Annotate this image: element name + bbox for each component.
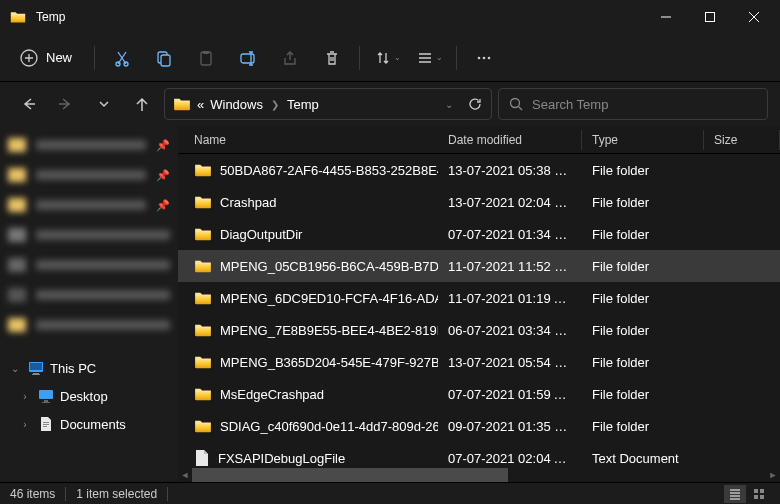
quick-access-item[interactable] — [0, 220, 178, 250]
cell-date: 11-07-2021 11:52 PM — [438, 259, 582, 274]
paste-icon — [197, 49, 215, 67]
tree-label: Documents — [60, 417, 126, 432]
address-bar[interactable]: « Windows ❯ Temp ⌄ — [164, 88, 492, 120]
search-input[interactable] — [532, 97, 757, 112]
folder-icon — [10, 9, 26, 25]
cell-type: File folder — [582, 323, 704, 338]
svg-rect-26 — [760, 495, 764, 499]
folder-icon — [173, 97, 191, 111]
horizontal-scrollbar[interactable]: ◄► — [178, 468, 780, 482]
recent-button[interactable] — [88, 88, 120, 120]
new-label: New — [46, 50, 72, 65]
chevron-down-icon[interactable]: ⌄ — [445, 99, 453, 110]
tree-label: This PC — [50, 361, 96, 376]
status-count: 46 items — [10, 487, 55, 501]
more-button[interactable] — [463, 38, 505, 78]
share-button[interactable] — [269, 38, 311, 78]
svg-point-21 — [488, 56, 491, 59]
pin-icon: 📌 — [156, 169, 170, 182]
dots-icon — [475, 49, 493, 67]
svg-rect-18 — [241, 54, 254, 63]
cell-type: File folder — [582, 227, 704, 242]
cell-type: File folder — [582, 355, 704, 370]
table-row[interactable]: DiagOutputDir07-07-2021 01:34 PMFile fol… — [178, 218, 780, 250]
cell-type: File folder — [582, 195, 704, 210]
tree-this-pc[interactable]: ⌄This PC — [0, 354, 178, 382]
search-box[interactable] — [498, 88, 768, 120]
cell-date: 07-07-2021 02:04 AM — [438, 451, 582, 466]
cell-date: 07-07-2021 01:34 PM — [438, 227, 582, 242]
new-button[interactable]: New — [10, 40, 88, 76]
svg-rect-15 — [161, 55, 170, 66]
cell-type: File folder — [582, 163, 704, 178]
search-icon — [509, 97, 524, 112]
header-name[interactable]: Name — [184, 130, 438, 150]
breadcrumb-item[interactable]: Temp — [287, 97, 319, 112]
cell-name: DiagOutputDir — [184, 227, 438, 242]
paste-button[interactable] — [185, 38, 227, 78]
pin-icon: 📌 — [156, 199, 170, 212]
copy-button[interactable] — [143, 38, 185, 78]
quick-access-item[interactable]: 📌 — [0, 190, 178, 220]
quick-access-item[interactable] — [0, 310, 178, 340]
forward-button[interactable] — [50, 88, 82, 120]
cell-date: 13-07-2021 02:04 PM — [438, 195, 582, 210]
chevron-down-icon — [98, 98, 110, 110]
arrow-right-icon — [58, 96, 74, 112]
view-button[interactable]: ⌄ — [408, 38, 450, 78]
details-view-button[interactable] — [724, 485, 746, 503]
header-size[interactable]: Size — [704, 130, 780, 150]
table-row[interactable]: FXSAPIDebugLogFile07-07-2021 02:04 AMTex… — [178, 442, 780, 468]
table-row[interactable]: MPENG_7E8B9E55-BEE4-4BE2-819D-8BEF...06-… — [178, 314, 780, 346]
chevron-right-icon[interactable]: › — [18, 419, 32, 430]
close-button[interactable] — [732, 1, 776, 33]
cell-name: MPENG_B365D204-545E-479F-927B-5E58... — [184, 355, 438, 370]
cell-name: FXSAPIDebugLogFile — [184, 449, 438, 467]
tree-label: Desktop — [60, 389, 108, 404]
quick-access-item[interactable] — [0, 280, 178, 310]
cell-date: 06-07-2021 03:34 PM — [438, 323, 582, 338]
chevron-down-icon[interactable]: ⌄ — [8, 363, 22, 374]
svg-point-22 — [511, 98, 520, 107]
minimize-button[interactable] — [644, 1, 688, 33]
svg-point-20 — [483, 56, 486, 59]
chevron-right-icon: ❯ — [271, 99, 279, 110]
pin-icon: 📌 — [156, 139, 170, 152]
icons-view-button[interactable] — [748, 485, 770, 503]
table-row[interactable]: Crashpad13-07-2021 02:04 PMFile folder — [178, 186, 780, 218]
table-row[interactable]: MPENG_6DC9ED10-FCFA-4F16-ADAE-EA...11-07… — [178, 282, 780, 314]
refresh-icon[interactable] — [467, 96, 483, 112]
table-row[interactable]: SDIAG_c40f690d-0e11-4dd7-809d-261c5c...0… — [178, 410, 780, 442]
arrow-up-icon — [134, 96, 150, 112]
table-row[interactable]: MPENG_05CB1956-B6CA-459B-B7DC-0F...11-07… — [178, 250, 780, 282]
table-row[interactable]: 50BDA867-2AF6-4455-B853-252B8E414777...1… — [178, 154, 780, 186]
quick-access-item[interactable] — [0, 250, 178, 280]
tree-documents[interactable]: ›Documents — [0, 410, 178, 438]
header-date[interactable]: Date modified — [438, 130, 582, 150]
quick-access-item[interactable]: 📌 — [0, 130, 178, 160]
cut-button[interactable] — [101, 38, 143, 78]
scissors-icon — [113, 49, 131, 67]
breadcrumb-item[interactable]: Windows — [210, 97, 263, 112]
cell-date: 13-07-2021 05:38 PM — [438, 163, 582, 178]
cell-date: 11-07-2021 01:19 AM — [438, 291, 582, 306]
cell-type: File folder — [582, 419, 704, 434]
chevron-right-icon[interactable]: › — [18, 391, 32, 402]
trash-icon — [323, 49, 341, 67]
rename-button[interactable] — [227, 38, 269, 78]
svg-point-19 — [478, 56, 481, 59]
up-button[interactable] — [126, 88, 158, 120]
maximize-button[interactable] — [688, 1, 732, 33]
quick-access-item[interactable]: 📌 — [0, 160, 178, 190]
delete-button[interactable] — [311, 38, 353, 78]
tree-desktop[interactable]: ›Desktop — [0, 382, 178, 410]
header-type[interactable]: Type — [582, 130, 704, 150]
breadcrumb-prefix: « — [197, 97, 204, 112]
cell-name: MPENG_7E8B9E55-BEE4-4BE2-819D-8BEF... — [184, 323, 438, 338]
sort-button[interactable]: ⌄ — [366, 38, 408, 78]
table-row[interactable]: MPENG_B365D204-545E-479F-927B-5E58...13-… — [178, 346, 780, 378]
table-row[interactable]: MsEdgeCrashpad07-07-2021 01:59 AMFile fo… — [178, 378, 780, 410]
cell-name: MPENG_6DC9ED10-FCFA-4F16-ADAE-EA... — [184, 291, 438, 306]
copy-icon — [155, 49, 173, 67]
back-button[interactable] — [12, 88, 44, 120]
